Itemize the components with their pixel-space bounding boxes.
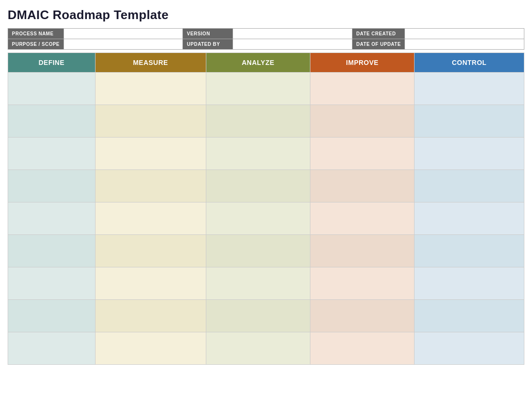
cell-define-6[interactable] [8, 267, 96, 300]
date-of-update-label: DATE OF UPDATE [352, 39, 405, 50]
cell-analyze-8[interactable] [206, 332, 310, 365]
cell-define-4[interactable] [8, 202, 96, 235]
updated-by-label: UPDATED BY [183, 39, 233, 50]
table-row [8, 332, 524, 365]
table-row [8, 235, 524, 267]
cell-analyze-5[interactable] [206, 235, 310, 267]
cell-control-1[interactable] [415, 105, 524, 138]
cell-define-8[interactable] [8, 332, 96, 365]
purpose-scope-value[interactable] [64, 39, 183, 50]
table-row [8, 138, 524, 170]
header-measure: MEASURE [95, 53, 206, 73]
cell-measure-6[interactable] [95, 267, 206, 300]
process-name-label: PROCESS NAME [8, 29, 64, 39]
meta-row-2: PURPOSE / SCOPE UPDATED BY DATE OF UPDAT… [8, 39, 524, 50]
version-value[interactable] [233, 29, 352, 39]
table-row [8, 267, 524, 300]
cell-measure-1[interactable] [95, 105, 206, 138]
date-of-update-value[interactable] [405, 39, 524, 50]
table-row [8, 170, 524, 202]
cell-control-2[interactable] [415, 138, 524, 170]
cell-define-1[interactable] [8, 105, 96, 138]
cell-improve-6[interactable] [310, 267, 415, 300]
version-label: VERSION [183, 29, 233, 39]
cell-analyze-1[interactable] [206, 105, 310, 138]
cell-define-5[interactable] [8, 235, 96, 267]
header-improve: IMPROVE [310, 53, 415, 73]
cell-control-4[interactable] [415, 202, 524, 235]
updated-by-value[interactable] [233, 39, 352, 50]
process-name-value[interactable] [64, 29, 183, 39]
cell-analyze-2[interactable] [206, 138, 310, 170]
cell-improve-5[interactable] [310, 235, 415, 267]
cell-define-0[interactable] [8, 73, 96, 105]
meta-row-1: PROCESS NAME VERSION DATE CREATED [8, 29, 524, 39]
cell-measure-0[interactable] [95, 73, 206, 105]
cell-measure-7[interactable] [95, 300, 206, 332]
header-analyze: ANALYZE [206, 53, 310, 73]
cell-measure-8[interactable] [95, 332, 206, 365]
cell-define-3[interactable] [8, 170, 96, 202]
header-control: CONTROL [415, 53, 524, 73]
cell-analyze-6[interactable] [206, 267, 310, 300]
cell-control-0[interactable] [415, 73, 524, 105]
cell-measure-2[interactable] [95, 138, 206, 170]
cell-analyze-3[interactable] [206, 170, 310, 202]
date-created-value[interactable] [405, 29, 524, 39]
cell-improve-8[interactable] [310, 332, 415, 365]
date-created-label: DATE CREATED [352, 29, 405, 39]
cell-analyze-7[interactable] [206, 300, 310, 332]
cell-define-2[interactable] [8, 138, 96, 170]
cell-improve-1[interactable] [310, 105, 415, 138]
cell-define-7[interactable] [8, 300, 96, 332]
cell-improve-2[interactable] [310, 138, 415, 170]
cell-measure-3[interactable] [95, 170, 206, 202]
cell-measure-5[interactable] [95, 235, 206, 267]
cell-improve-3[interactable] [310, 170, 415, 202]
page-title: DMAIC Roadmap Template [8, 8, 524, 22]
cell-analyze-0[interactable] [206, 73, 310, 105]
meta-table: PROCESS NAME VERSION DATE CREATED PURPOS… [8, 28, 524, 50]
table-row [8, 73, 524, 105]
cell-control-3[interactable] [415, 170, 524, 202]
cell-analyze-4[interactable] [206, 202, 310, 235]
table-row [8, 300, 524, 332]
cell-improve-0[interactable] [310, 73, 415, 105]
main-table: DEFINEMEASUREANALYZEIMPROVECONTROL [8, 53, 524, 365]
table-row [8, 105, 524, 138]
purpose-scope-label: PURPOSE / SCOPE [8, 39, 64, 50]
header-define: DEFINE [8, 53, 96, 73]
cell-measure-4[interactable] [95, 202, 206, 235]
cell-improve-7[interactable] [310, 300, 415, 332]
cell-control-5[interactable] [415, 235, 524, 267]
column-headers: DEFINEMEASUREANALYZEIMPROVECONTROL [8, 53, 524, 73]
cell-control-8[interactable] [415, 332, 524, 365]
cell-control-6[interactable] [415, 267, 524, 300]
table-row [8, 202, 524, 235]
cell-control-7[interactable] [415, 300, 524, 332]
cell-improve-4[interactable] [310, 202, 415, 235]
